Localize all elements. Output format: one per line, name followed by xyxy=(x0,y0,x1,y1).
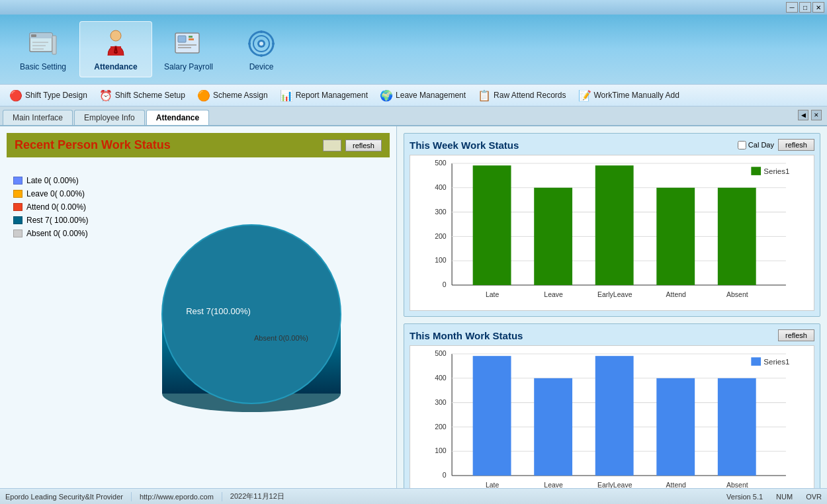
pie-chart-svg: Rest 7(100.00%) Absent 0(0.00%) xyxy=(142,198,361,443)
legend-attend: Attend 0( 0.00%) xyxy=(13,202,119,212)
legend-attend-color xyxy=(13,203,22,211)
svg-rect-17 xyxy=(189,38,194,40)
cal-day-checkbox[interactable] xyxy=(738,141,746,149)
legend-rest: Rest 7( 100.00%) xyxy=(13,216,119,225)
raw-attend-records-icon: 📋 xyxy=(478,89,491,102)
week-label-late: Late xyxy=(486,290,500,298)
month-bar-late xyxy=(473,357,511,476)
status-right: Version 5.1 NUM OVR xyxy=(726,493,822,501)
shift-scheme-setup-label: Shift Scheme Setup xyxy=(115,91,185,100)
svg-text:400: 400 xyxy=(435,183,447,191)
salary-payroll-icon xyxy=(173,28,204,60)
legend-late-label: Late 0( 0.00%) xyxy=(26,176,79,185)
svg-rect-16 xyxy=(189,36,193,38)
worktime-manually-add-label: WorkTime Manually Add xyxy=(594,91,679,100)
left-panel: Recent Person Work Status reflesh Late 0… xyxy=(0,126,397,488)
report-management-label: Report Management xyxy=(296,91,368,100)
month-label-leave: Leave xyxy=(544,481,563,488)
tab-close-button[interactable]: ✕ xyxy=(811,110,822,120)
worktime-manually-add-icon: 📝 xyxy=(578,89,591,102)
left-panel-header: Recent Person Work Status reflesh xyxy=(7,133,390,157)
basic-setting-button[interactable]: Basic Setting xyxy=(7,21,79,77)
legend-leave: Leave 0( 0.00%) xyxy=(13,189,119,198)
main-content: Recent Person Work Status reflesh Late 0… xyxy=(0,126,827,488)
attendance-button[interactable]: Attendance xyxy=(79,21,152,77)
leave-management-menu[interactable]: 🌍 Leave Management xyxy=(374,87,471,105)
report-management-menu[interactable]: 📊 Report Management xyxy=(275,87,373,105)
month-bar-leave xyxy=(534,378,572,476)
titlebar: ─ □ ✕ xyxy=(0,0,827,15)
tab-prev-button[interactable]: ◀ xyxy=(798,110,808,120)
raw-attend-records-menu[interactable]: 📋 Raw Attend Records xyxy=(472,87,571,105)
legend-attend-label: Attend 0( 0.00%) xyxy=(26,202,86,212)
svg-text:500: 500 xyxy=(435,159,447,167)
week-label-absent: Absent xyxy=(726,290,748,298)
legend-leave-color xyxy=(13,190,22,198)
week-label-leave: Leave xyxy=(544,290,563,298)
pie-container: Rest 7(100.00%) Absent 0(0.00%) xyxy=(119,169,383,472)
svg-text:100: 100 xyxy=(435,447,447,455)
status-bar: Epordo Leading Security&It Provider http… xyxy=(0,488,827,504)
status-num: NUM xyxy=(776,493,793,501)
left-panel-reflesh-button[interactable]: reflesh xyxy=(345,140,382,151)
leave-management-label: Leave Management xyxy=(396,91,466,100)
month-chart-reflesh-button[interactable]: reflesh xyxy=(778,329,814,341)
month-chart-svg: Series1 0 100 200 300 400 500 xyxy=(410,346,814,488)
svg-rect-15 xyxy=(178,47,191,48)
month-label-attend: Attend xyxy=(666,481,687,488)
week-bar-earlyleave xyxy=(595,165,634,285)
month-bar-attend xyxy=(656,378,695,476)
attendance-icon xyxy=(100,28,132,60)
month-chart-area: Series1 0 100 200 300 400 500 xyxy=(410,345,814,488)
color-picker[interactable] xyxy=(323,140,341,151)
shift-scheme-setup-menu[interactable]: ⏰ Shift Scheme Setup xyxy=(94,87,191,105)
cal-day-check[interactable]: Cal Day xyxy=(738,141,774,149)
week-bar-late xyxy=(473,165,511,285)
svg-text:200: 200 xyxy=(435,423,447,431)
week-chart-title: This Week Work Status xyxy=(410,140,519,151)
legend-absent-label: Absent 0( 0.00%) xyxy=(26,229,88,238)
recent-work-status-title: Recent Person Work Status xyxy=(15,138,171,152)
scheme-assign-icon: 🟠 xyxy=(197,89,210,102)
month-chart-header: This Month Work Status reflesh xyxy=(410,329,814,341)
device-button[interactable]: Device xyxy=(225,21,298,77)
svg-rect-2 xyxy=(31,34,36,37)
svg-point-22 xyxy=(260,30,263,33)
week-chart-reflesh-button[interactable]: reflesh xyxy=(778,139,814,151)
legend-rest-color xyxy=(13,216,22,224)
legend-absent-color xyxy=(13,230,22,237)
maximize-button[interactable]: □ xyxy=(799,2,811,13)
report-management-icon: 📊 xyxy=(280,89,293,102)
cal-day-label: Cal Day xyxy=(748,141,774,149)
scheme-assign-menu[interactable]: 🟠 Scheme Assign xyxy=(192,87,273,105)
tab-main-interface[interactable]: Main Interface xyxy=(3,110,73,125)
svg-point-7 xyxy=(110,30,121,41)
week-chart-header: This Week Work Status Cal Day reflesh xyxy=(410,139,814,151)
shift-type-design-menu[interactable]: 🔴 Shift Type Design xyxy=(4,87,93,105)
month-legend-color xyxy=(751,358,761,366)
worktime-manually-add-menu[interactable]: 📝 WorkTime Manually Add xyxy=(573,87,685,105)
month-legend-label: Series1 xyxy=(763,358,789,366)
week-label-earlyleave: EarlyLeave xyxy=(597,290,632,298)
basic-setting-label: Basic Setting xyxy=(20,62,66,71)
svg-text:500: 500 xyxy=(435,350,447,358)
pie-area: Late 0( 0.00%) Leave 0( 0.00%) Attend 0(… xyxy=(7,163,390,478)
raw-attend-records-label: Raw Attend Records xyxy=(494,91,566,100)
week-bar-absent xyxy=(718,188,756,285)
tab-employee-info[interactable]: Employee Info xyxy=(74,110,145,125)
svg-text:400: 400 xyxy=(435,374,447,382)
svg-text:0: 0 xyxy=(443,472,447,480)
salary-payroll-button[interactable]: Salary Payroll xyxy=(152,21,225,77)
tab-attendance[interactable]: Attendance xyxy=(146,110,209,125)
tab-bar: Main Interface Employee Info Attendance … xyxy=(0,106,827,126)
minimize-button[interactable]: ─ xyxy=(786,2,798,13)
week-chart-controls: Cal Day reflesh xyxy=(738,139,814,151)
header-controls: reflesh xyxy=(323,140,382,151)
legend-rest-label: Rest 7( 100.00%) xyxy=(26,216,88,225)
device-icon xyxy=(245,28,277,60)
status-company: Epordo Leading Security&It Provider xyxy=(5,493,123,501)
svg-rect-3 xyxy=(52,36,56,54)
close-button[interactable]: ✕ xyxy=(812,2,824,13)
legend-absent: Absent 0( 0.00%) xyxy=(13,229,119,238)
week-bar-leave xyxy=(534,188,572,285)
